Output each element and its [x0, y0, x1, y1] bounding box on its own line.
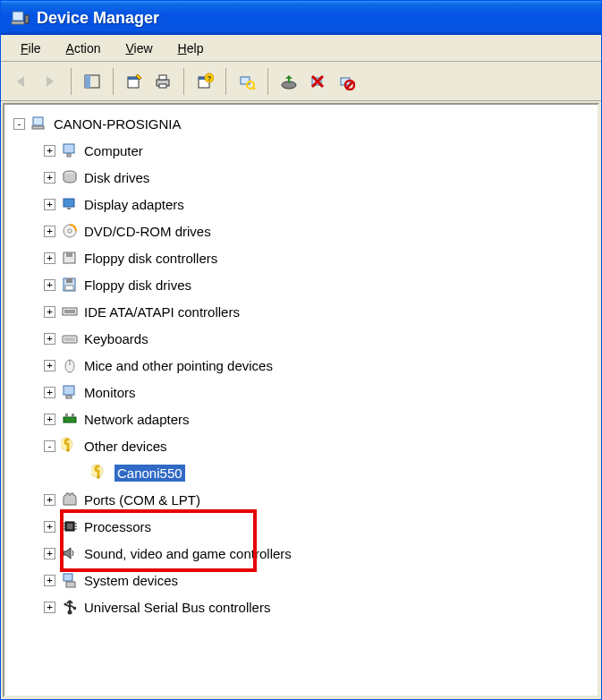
svg-rect-24	[64, 144, 74, 153]
help-icon: ?	[196, 73, 214, 90]
tree-node-network-adapters[interactable]: +Network adapters	[8, 405, 594, 432]
tree-label: Computer	[84, 143, 143, 158]
svg-rect-9	[159, 84, 166, 88]
tree-label: IDE ATA/ATAPI controllers	[84, 304, 240, 320]
help-button[interactable]: ?	[191, 68, 218, 95]
tree-label: Display adapters	[84, 197, 184, 212]
expander-icon[interactable]: +	[44, 279, 55, 291]
svg-rect-38	[63, 336, 77, 343]
expander-icon[interactable]: +	[44, 521, 55, 533]
expander-icon[interactable]: +	[44, 333, 55, 345]
tree-node-floppy-disk-controllers[interactable]: +Floppy disk controllers	[8, 244, 594, 271]
svg-rect-8	[159, 75, 166, 80]
toolbar: ?	[1, 62, 601, 101]
tree-node-other-devices[interactable]: -Other devices	[8, 432, 594, 459]
tree-label: Canoni550	[114, 465, 185, 482]
scan-hardware-button[interactable]	[233, 68, 260, 95]
expander-icon[interactable]: +	[44, 548, 55, 559]
svg-rect-27	[64, 199, 74, 207]
tree-node-mice-and-other-pointing-devices[interactable]: +Mice and other pointing devices	[8, 352, 594, 379]
svg-point-49	[61, 438, 72, 450]
tree-label: Keyboards	[84, 331, 148, 346]
print-button[interactable]	[149, 68, 176, 95]
tree-node-monitors[interactable]: +Monitors	[8, 379, 594, 405]
svg-rect-23	[32, 126, 44, 129]
back-button	[8, 68, 35, 95]
menu-view[interactable]: View	[114, 38, 165, 59]
menu-file[interactable]: File	[8, 38, 54, 59]
expander-icon[interactable]: +	[44, 414, 55, 425]
tree-node-floppy-disk-drives[interactable]: +Floppy disk drives	[8, 271, 594, 298]
titlebar[interactable]: Device Manager	[1, 1, 601, 35]
tree-label: Universal Serial Bus controllers	[84, 600, 270, 615]
show-hide-tree-button[interactable]	[79, 68, 106, 95]
menu-help[interactable]: Help	[165, 38, 216, 59]
forward-button	[37, 68, 64, 95]
tree-root-node[interactable]: -CANON-PROSIGNIA	[8, 110, 594, 137]
system-icon	[61, 571, 79, 589]
unknown-icon	[61, 437, 79, 455]
toolbar-separator	[225, 68, 226, 95]
expander-icon[interactable]: +	[44, 145, 55, 157]
tree-node-ports-com-lpt-[interactable]: +Ports (COM & LPT)	[8, 486, 594, 513]
svg-rect-61	[66, 582, 75, 587]
expander-icon[interactable]: +	[44, 252, 55, 264]
tree-node-processors[interactable]: +Processors	[8, 513, 594, 540]
tree-node-disk-drives[interactable]: +Disk drives	[8, 164, 594, 191]
svg-rect-44	[66, 396, 72, 398]
tree-node-sound-video-and-game-controllers[interactable]: +Sound, video and game controllers	[8, 540, 594, 567]
svg-rect-67	[73, 607, 76, 610]
expander-icon[interactable]: +	[44, 494, 55, 506]
expander-icon[interactable]: -	[13, 118, 25, 130]
expander-icon[interactable]: +	[44, 360, 55, 371]
tree-node-universal-serial-bus-controllers[interactable]: +Universal Serial Bus controllers	[8, 593, 594, 620]
tree-node-system-devices[interactable]: +System devices	[8, 567, 594, 593]
display-icon	[61, 195, 79, 213]
svg-point-65	[64, 603, 67, 606]
device-manager-window: Device Manager File Action View Help ?	[0, 0, 602, 700]
show-hide-tree-icon	[83, 73, 101, 90]
expander-icon[interactable]: +	[44, 172, 55, 184]
uninstall-button[interactable]	[304, 68, 331, 95]
properties-button[interactable]	[121, 68, 148, 95]
svg-rect-1	[12, 21, 24, 24]
expander-icon[interactable]: +	[44, 387, 55, 398]
tree-label: Other devices	[84, 439, 167, 454]
tree-node-computer[interactable]: +Computer	[8, 137, 594, 164]
port-icon	[61, 491, 79, 508]
tree-label: DVD/CD-ROM drives	[84, 224, 211, 239]
back-icon	[13, 73, 30, 90]
update-driver-button[interactable]	[276, 68, 302, 95]
tree-node-ide-ata-atapi-controllers[interactable]: +IDE ATA/ATAPI controllers	[8, 298, 594, 325]
expander-icon[interactable]: -	[44, 440, 55, 452]
menu-action[interactable]: Action	[54, 38, 114, 59]
toolbar-separator	[267, 68, 268, 95]
tree-node-keyboards[interactable]: +Keyboards	[8, 325, 594, 352]
tree-label: Disk drives	[84, 170, 149, 185]
sound-icon	[61, 544, 79, 562]
tree-node-canoni550[interactable]: Canoni550	[8, 459, 594, 486]
tree-label: Sound, video and game controllers	[84, 546, 292, 561]
svg-rect-4	[85, 75, 90, 88]
expander-icon[interactable]: +	[44, 602, 55, 613]
svg-point-51	[91, 465, 103, 477]
tree-label: Network adapters	[84, 412, 190, 427]
expander-icon[interactable]: +	[44, 306, 55, 318]
expander-icon[interactable]: +	[44, 226, 55, 237]
expander-icon[interactable]: +	[44, 575, 55, 586]
svg-rect-22	[33, 117, 43, 125]
network-icon	[61, 410, 79, 428]
forward-icon	[42, 73, 58, 90]
computer-icon	[30, 115, 48, 132]
tree-node-display-adapters[interactable]: +Display adapters	[8, 191, 594, 218]
toolbar-separator	[71, 68, 72, 95]
device-tree[interactable]: -CANON-PROSIGNIA+Computer+Disk drives+Di…	[3, 103, 599, 697]
svg-rect-53	[67, 524, 72, 529]
svg-rect-2	[25, 15, 29, 23]
expander-icon[interactable]: +	[44, 199, 55, 210]
usb-icon	[61, 598, 79, 616]
tree-node-dvd-cd-rom-drives[interactable]: +DVD/CD-ROM drives	[8, 218, 594, 244]
toolbar-separator	[113, 68, 114, 95]
disable-button[interactable]	[333, 68, 360, 95]
cd-icon	[61, 222, 79, 240]
